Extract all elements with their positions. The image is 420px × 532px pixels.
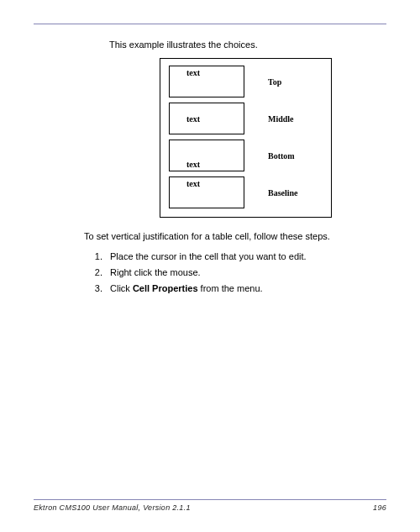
step-3-prefix: Click [110, 283, 133, 293]
label-baseline: Baseline [268, 188, 298, 198]
intro-text: This example illustrates the choices. [109, 40, 386, 50]
page-footer: Ektron CMS100 User Manual, Version 2.1.1… [34, 499, 386, 512]
step-3-bold: Cell Properties [133, 283, 198, 293]
cell-top: text [169, 66, 244, 97]
footer-title: Ektron CMS100 User Manual, Version 2.1.1 [34, 503, 191, 512]
diagram-row: text Middle [169, 103, 323, 134]
step-3-suffix: from the menu. [198, 283, 263, 293]
cell-text: text [186, 160, 200, 169]
cell-text: text [186, 68, 200, 77]
step-2: Right click the mouse. [105, 267, 386, 277]
alignment-diagram: text Top text Middle text Bottom text Ba… [160, 58, 332, 218]
cell-baseline: text [169, 176, 244, 208]
cell-text: text [186, 114, 200, 124]
step-3: Click Cell Properties from the menu. [105, 283, 386, 293]
diagram-row: text Bottom [169, 140, 323, 171]
cell-text: text [186, 179, 200, 188]
page-number: 196 [373, 503, 386, 512]
top-rule [34, 24, 386, 24]
label-bottom: Bottom [268, 151, 295, 161]
cell-middle: text [169, 103, 244, 134]
bottom-rule [34, 499, 386, 500]
label-middle: Middle [268, 114, 294, 124]
diagram-row: text Baseline [169, 176, 323, 208]
cell-bottom: text [169, 140, 244, 171]
label-top: Top [268, 77, 281, 87]
step-1: Place the cursor in the cell that you wa… [105, 251, 386, 261]
instruction-text: To set vertical justification for a tabl… [84, 231, 386, 241]
diagram-row: text Top [169, 66, 323, 97]
steps-list: Place the cursor in the cell that you wa… [105, 251, 386, 293]
